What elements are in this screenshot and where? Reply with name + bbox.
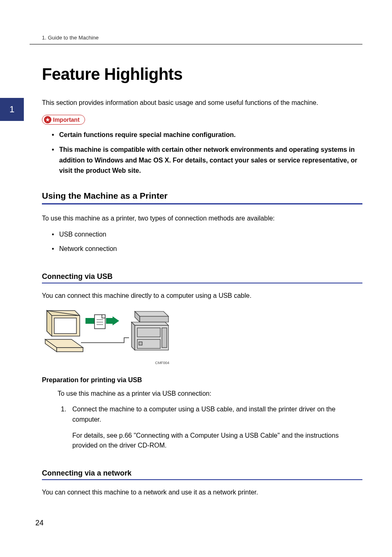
section-heading-printer: Using the Machine as a Printer	[42, 191, 362, 204]
important-list: Certain functions require special machin…	[42, 130, 362, 176]
prep-heading-usb: Preparation for printing via USB	[42, 376, 362, 384]
svg-rect-8	[85, 318, 95, 324]
usb-diagram-icon	[42, 307, 169, 359]
svg-marker-14	[113, 316, 119, 325]
intro-text: This section provides information about …	[42, 98, 362, 107]
list-item: Certain functions require special machin…	[52, 130, 362, 140]
svg-marker-3	[47, 311, 52, 336]
list-item: Connect the machine to a computer using …	[58, 404, 362, 451]
svg-marker-15	[135, 311, 168, 316]
svg-rect-22	[162, 328, 167, 348]
section1-intro: To use this machine as a printer, two ty…	[42, 214, 362, 223]
svg-marker-16	[140, 316, 168, 322]
svg-rect-9	[95, 315, 105, 329]
page-content: 1. Guide to the Machine Feature Highligh…	[0, 0, 392, 520]
svg-marker-20	[131, 322, 135, 350]
svg-rect-4	[54, 318, 76, 334]
page-title: Feature Highlights	[42, 65, 362, 84]
step-sub: For details, see p.66 "Connecting with a…	[72, 431, 362, 451]
usb-steps: Connect the machine to a computer using …	[42, 404, 362, 451]
subheading-network: Connecting via a network	[42, 469, 362, 480]
svg-rect-21	[137, 328, 160, 337]
usb-intro: You can connect this machine directly to…	[42, 291, 362, 301]
svg-marker-18	[131, 322, 168, 325]
list-item: This machine is compatible with certain …	[52, 144, 362, 176]
list-item: Network connection	[52, 244, 362, 254]
figure-usb-connection: CMF004	[42, 307, 362, 365]
breadcrumb: 1. Guide to the Machine	[30, 35, 362, 44]
figure-caption: CMF004	[42, 361, 169, 365]
prep-intro-usb: To use this machine as a printer via USB…	[58, 389, 362, 399]
star-icon	[44, 116, 51, 123]
important-callout: Important	[42, 115, 362, 125]
page-number: 24	[35, 519, 44, 527]
important-label: Important	[53, 116, 80, 123]
connection-list: USB connection Network connection	[42, 229, 362, 254]
svg-rect-13	[106, 318, 113, 324]
svg-marker-0	[46, 118, 50, 122]
network-intro: You can connect this machine to a networ…	[42, 487, 362, 497]
svg-rect-24	[139, 342, 142, 345]
svg-marker-7	[57, 348, 83, 352]
important-badge: Important	[42, 115, 85, 125]
list-item: USB connection	[52, 229, 362, 240]
step-main: Connect the machine to a computer using …	[72, 406, 335, 423]
subheading-usb: Connecting via USB	[42, 272, 362, 283]
